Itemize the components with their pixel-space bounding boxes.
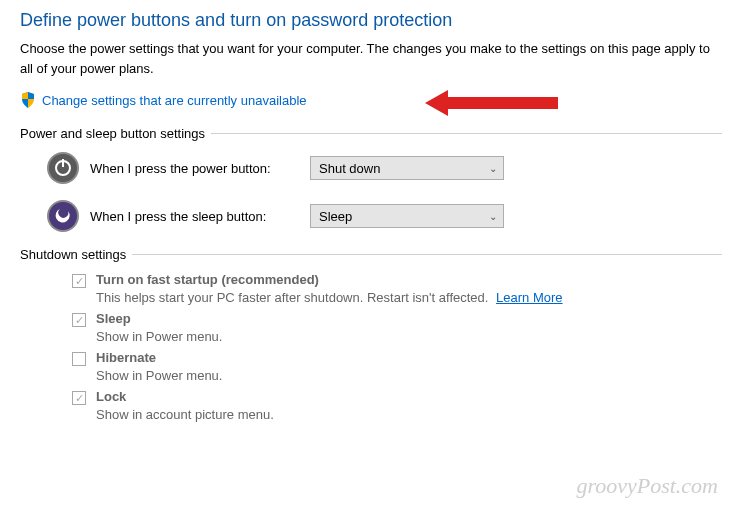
shield-icon	[20, 92, 36, 108]
shutdown-section-label: Shutdown settings	[20, 247, 126, 262]
change-settings-link[interactable]: Change settings that are currently unava…	[42, 93, 307, 108]
lock-row: Lock	[72, 389, 722, 405]
power-button-label: When I press the power button:	[90, 161, 310, 176]
sleep-sub: Show in Power menu.	[96, 329, 722, 344]
sleep-button-row: When I press the sleep button: Sleep ⌄	[46, 199, 722, 233]
sleep-button-label: When I press the sleep button:	[90, 209, 310, 224]
hibernate-checkbox[interactable]	[72, 352, 86, 366]
watermark: groovyPost.com	[576, 473, 718, 499]
power-sleep-section-header: Power and sleep button settings	[20, 126, 722, 141]
chevron-down-icon: ⌄	[489, 211, 497, 222]
hibernate-row: Hibernate	[72, 350, 722, 366]
svg-point-5	[49, 202, 77, 230]
page-title: Define power buttons and turn on passwor…	[20, 10, 722, 31]
power-button-row: When I press the power button: Shut down…	[46, 151, 722, 185]
shutdown-section-header: Shutdown settings	[20, 247, 722, 262]
sleep-label: Sleep	[96, 311, 131, 326]
sleep-button-dropdown[interactable]: Sleep ⌄	[310, 204, 504, 228]
lock-checkbox[interactable]	[72, 391, 86, 405]
sleep-button-value: Sleep	[319, 209, 352, 224]
sleep-icon	[46, 199, 80, 233]
arrow-annotation-icon	[420, 86, 560, 123]
svg-point-1	[49, 154, 77, 182]
fast-startup-row: Turn on fast startup (recommended)	[72, 272, 722, 288]
hibernate-label: Hibernate	[96, 350, 156, 365]
lock-sub: Show in account picture menu.	[96, 407, 722, 422]
power-icon	[46, 151, 80, 185]
power-button-dropdown[interactable]: Shut down ⌄	[310, 156, 504, 180]
svg-rect-3	[62, 159, 64, 167]
lock-label: Lock	[96, 389, 126, 404]
chevron-down-icon: ⌄	[489, 163, 497, 174]
fast-startup-sub: This helps start your PC faster after sh…	[96, 290, 722, 305]
change-settings-row: Change settings that are currently unava…	[20, 92, 722, 108]
page-description: Choose the power settings that you want …	[20, 39, 722, 78]
power-button-value: Shut down	[319, 161, 380, 176]
sleep-checkbox[interactable]	[72, 313, 86, 327]
divider	[132, 254, 722, 255]
fast-startup-checkbox[interactable]	[72, 274, 86, 288]
fast-startup-label: Turn on fast startup (recommended)	[96, 272, 319, 287]
learn-more-link[interactable]: Learn More	[496, 290, 562, 305]
power-sleep-section-label: Power and sleep button settings	[20, 126, 205, 141]
divider	[211, 133, 722, 134]
hibernate-sub: Show in Power menu.	[96, 368, 722, 383]
sleep-row: Sleep	[72, 311, 722, 327]
